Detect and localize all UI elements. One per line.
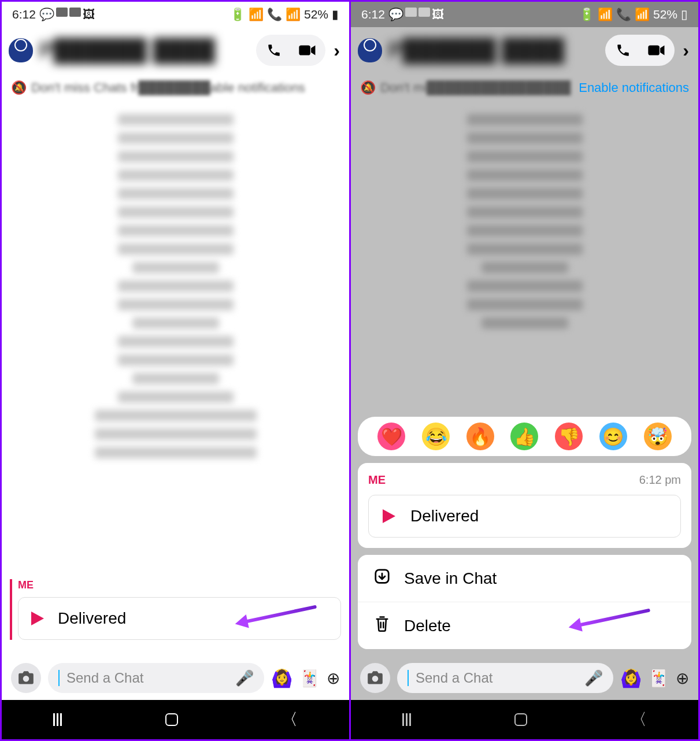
delivered-snap-card[interactable]: Delivered — [18, 597, 341, 640]
chat-input[interactable]: Send a Chat 🎤 — [397, 663, 613, 693]
reaction-thumbs-down[interactable]: 👎 — [555, 423, 583, 450]
chevron-right-icon[interactable]: › — [331, 40, 342, 61]
bitmoji-button[interactable]: 🙆‍♀️ — [271, 668, 292, 688]
long-press-popup: ❤️ 😂 🔥 👍 👎 😊 🤯 ME 6:12 pm Delivered — [351, 410, 698, 656]
delivered-text: Delivered — [58, 609, 126, 628]
annotation-arrow — [576, 609, 650, 628]
plus-icon[interactable]: ⊕ — [676, 669, 689, 688]
chat-input[interactable]: Send a Chat 🎤 — [48, 663, 264, 693]
popup-delivered-card: Delivered — [368, 495, 681, 538]
svg-point-4 — [372, 676, 379, 682]
bell-off-icon: 🔕 — [11, 80, 27, 95]
volte-icon: 📞 — [616, 8, 631, 21]
video-call-button[interactable] — [640, 36, 673, 65]
enable-notifications-link[interactable]: Enable notifications — [579, 80, 689, 95]
chevron-right-icon[interactable]: › — [680, 40, 691, 61]
phone-left: 6:12 💬 🖼 🔋 📶 📞 📶 52% ▮ P██████ ████ — [2, 2, 349, 739]
phone-right: 6:12 💬 🖼 🔋 📶 📞 📶 52% ▯ P██████ ████ — [351, 2, 698, 739]
signal-icon: 📶 — [635, 8, 650, 21]
wifi-icon: 📶 — [249, 8, 264, 21]
camera-button[interactable] — [11, 663, 41, 693]
popup-delivered-text: Delivered — [410, 507, 479, 525]
android-nav-bar: 〈 — [2, 700, 349, 739]
cards-icon[interactable]: 🃏 — [649, 669, 669, 688]
contact-avatar[interactable] — [9, 38, 33, 62]
status-time: 6:12 — [361, 8, 385, 21]
popup-me-label: ME — [368, 473, 386, 487]
delete-label: Delete — [404, 617, 451, 635]
chat-input-bar: Send a Chat 🎤 🙆‍♀️ 🃏 ⊕ — [351, 656, 698, 700]
svg-rect-0 — [299, 45, 311, 55]
wifi-icon: 📶 — [598, 8, 613, 21]
battery-pct: 52% — [304, 8, 328, 21]
reaction-heart[interactable]: ❤️ — [377, 423, 405, 450]
bell-off-icon: 🔕 — [360, 80, 376, 95]
blurred-messages — [10, 108, 341, 470]
chat-header: P██████ ████ › — [351, 27, 698, 73]
nav-back[interactable]: 〈 — [631, 709, 647, 731]
nav-recents[interactable] — [402, 713, 411, 726]
notif-text: Don't miss Chats fr████████able notifica… — [31, 80, 340, 95]
sent-arrow-icon — [383, 509, 395, 523]
contact-avatar[interactable] — [358, 38, 382, 62]
chat-input-placeholder: Send a Chat — [416, 670, 492, 686]
nav-home[interactable] — [514, 713, 527, 726]
video-icon — [299, 44, 316, 57]
battery-icon: ▯ — [681, 8, 688, 21]
chat-input-placeholder: Send a Chat — [66, 670, 143, 686]
chat-header: P██████ ████ › — [2, 27, 349, 73]
video-icon — [648, 44, 665, 57]
contact-name[interactable]: P██████ ████ — [388, 38, 599, 63]
voice-call-button[interactable] — [606, 36, 640, 65]
save-label: Save in Chat — [404, 569, 497, 588]
chat-body[interactable]: ❤️ 😂 🔥 👍 👎 😊 🤯 ME 6:12 pm Delivered — [351, 102, 698, 656]
sent-arrow-icon — [31, 612, 44, 625]
video-call-button[interactable] — [291, 36, 324, 65]
svg-point-1 — [23, 676, 29, 682]
bitmoji-button[interactable]: 🙆‍♀️ — [620, 668, 642, 688]
nav-back[interactable]: 〈 — [282, 709, 298, 731]
chat-input-bar: Send a Chat 🎤 🙆‍♀️ 🃏 ⊕ — [2, 656, 349, 700]
me-label: ME — [18, 579, 341, 591]
battery-pct: 52% — [653, 8, 677, 21]
nav-recents[interactable] — [53, 713, 62, 726]
status-notif-icons: 💬 🖼 — [39, 8, 95, 21]
reaction-mind-blown[interactable]: 🤯 — [644, 423, 672, 450]
save-in-chat-button[interactable]: Save in Chat — [358, 555, 691, 602]
battery-saver-icon: 🔋 — [579, 8, 594, 21]
notification-banner[interactable]: 🔕 Don't miss Chats fr████████able notifi… — [2, 73, 349, 102]
notif-text: Don't mi████████████████ — [380, 80, 574, 95]
battery-saver-icon: 🔋 — [230, 8, 245, 21]
blurred-messages — [359, 108, 690, 340]
mic-icon[interactable]: 🎤 — [235, 669, 254, 687]
action-sheet: ME Save in Chat Delete — [358, 555, 691, 649]
contact-name[interactable]: P██████ ████ — [39, 38, 250, 63]
selected-message-card: ME 6:12 pm Delivered — [358, 463, 691, 548]
volte-icon: 📞 — [267, 8, 282, 21]
phone-icon — [616, 43, 631, 58]
reaction-smile[interactable]: 😊 — [599, 423, 627, 450]
phone-icon — [266, 43, 282, 58]
plus-icon[interactable]: ⊕ — [327, 669, 340, 688]
camera-button[interactable] — [360, 663, 390, 693]
camera-icon — [18, 671, 34, 685]
popup-time: 6:12 pm — [639, 473, 681, 487]
camera-icon — [367, 671, 383, 685]
chat-body[interactable]: ME Delivered — [2, 102, 349, 656]
status-bar: 6:12 💬 🖼 🔋 📶 📞 📶 52% ▯ — [351, 2, 698, 27]
status-notif-icons: 💬 🖼 — [388, 8, 444, 21]
nav-home[interactable] — [165, 713, 178, 726]
notification-banner[interactable]: 🔕 Don't mi████████████████ Enable notifi… — [351, 73, 698, 102]
cards-icon[interactable]: 🃏 — [299, 669, 320, 688]
signal-icon: 📶 — [286, 8, 301, 21]
svg-rect-2 — [649, 45, 660, 55]
android-nav-bar: 〈 — [351, 700, 698, 739]
reaction-fire[interactable]: 🔥 — [466, 423, 494, 450]
status-time: 6:12 — [12, 8, 36, 21]
mic-icon[interactable]: 🎤 — [584, 669, 603, 687]
delete-button[interactable]: Delete — [358, 602, 691, 649]
reaction-laugh[interactable]: 😂 — [422, 423, 450, 450]
voice-call-button[interactable] — [257, 36, 291, 65]
save-icon — [373, 568, 391, 589]
reaction-thumbs-up[interactable]: 👍 — [510, 423, 538, 450]
